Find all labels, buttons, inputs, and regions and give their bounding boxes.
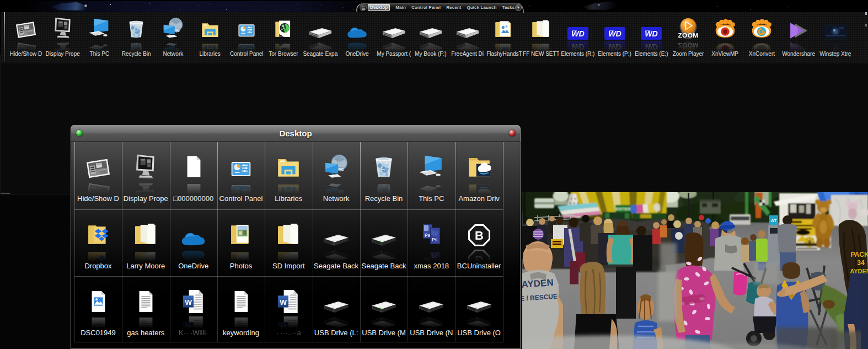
- svg-text:AYDEN: AYDEN: [522, 277, 554, 290]
- svg-text:AT: AT: [771, 218, 776, 223]
- svg-text:ENTER: ENTER: [615, 207, 630, 211]
- svg-text:PACK: PACK: [850, 251, 868, 258]
- svg-text:34: 34: [857, 259, 865, 267]
